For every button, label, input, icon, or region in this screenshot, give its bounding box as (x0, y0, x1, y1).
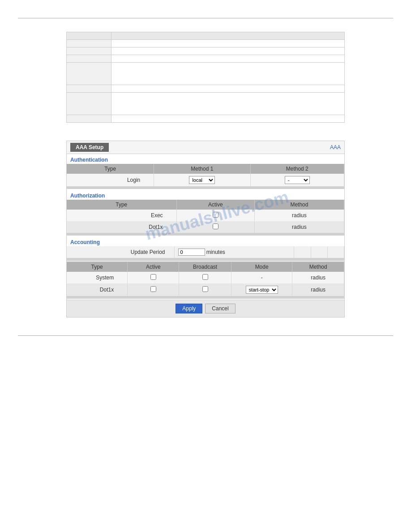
aaa-link[interactable]: AAA (330, 144, 341, 150)
bottom-line (18, 335, 393, 336)
table-cell (67, 47, 111, 55)
authentication-label: Authentication (67, 154, 344, 164)
table-row (67, 115, 345, 123)
aaa-panel-title: AAA Setup (70, 143, 109, 152)
authz-type-exec: Exec (67, 210, 176, 221)
authz-method-exec: radius (254, 210, 344, 221)
acct-active-system[interactable] (128, 272, 179, 283)
auth-col-type: Type (67, 164, 154, 174)
table-cell (111, 115, 345, 123)
update-period-input[interactable] (178, 249, 205, 256)
update-period-unit: minutes (206, 249, 225, 255)
authorization-table: Type Active Method Exec radius Dot1x (67, 200, 344, 236)
top-table (66, 32, 345, 123)
auth-col-method1: Method 1 (154, 164, 250, 174)
acct-active-dot1x[interactable] (128, 283, 179, 296)
authz-active-dot1x[interactable] (176, 221, 254, 233)
accounting-label: Accounting (67, 236, 344, 246)
auth-method2-select[interactable]: - local radius (285, 176, 310, 184)
table-cell (111, 47, 345, 55)
table-cell (111, 55, 345, 63)
authz-col-type: Type (67, 200, 176, 210)
update-period-input-cell[interactable]: minutes (174, 246, 294, 258)
authz-col-method: Method (254, 200, 344, 210)
acct-dot1x-active-checkbox[interactable] (150, 286, 156, 292)
authz-dot1x-checkbox[interactable] (213, 223, 218, 229)
acct-spacer-row (67, 296, 344, 299)
update-period-empty (294, 246, 311, 258)
authentication-section: Authentication Type Method 1 Method 2 Lo… (67, 154, 344, 189)
acct-mode-dot1x[interactable]: start-stop stop-only - (231, 283, 292, 296)
aaa-panel-header: AAA Setup AAA (67, 141, 344, 154)
authorization-section: Authorization Type Active Method Exec (67, 190, 344, 236)
acct-row-dot1x: Dot1x start-stop stop-only - (67, 283, 344, 296)
table-cell (111, 63, 345, 85)
acct-col-method: Method (292, 262, 344, 272)
auth-header-row: Type Method 1 Method 2 (67, 164, 344, 174)
table-cell (111, 40, 345, 47)
table-cell (67, 40, 111, 47)
authz-row-dot1x: Dot1x radius (67, 221, 344, 233)
update-period-container: Update Period minutes (67, 246, 344, 262)
auth-type-login: Login (67, 174, 154, 186)
acct-col-active: Active (128, 262, 179, 272)
auth-spacer-row (67, 186, 344, 189)
authz-header-row: Type Active Method (67, 200, 344, 210)
authz-col-active: Active (176, 200, 254, 210)
footer-buttons: Apply Cancel (67, 300, 344, 317)
acct-mode-system: - (231, 272, 292, 283)
authz-exec-checkbox[interactable] (213, 212, 218, 218)
acct-type-dot1x: Dot1x (67, 283, 128, 296)
table-row (67, 40, 345, 47)
table-row (67, 93, 345, 115)
acct-system-active-checkbox[interactable] (150, 274, 156, 280)
authz-method-dot1x: radius (254, 221, 344, 233)
authz-type-dot1x: Dot1x (67, 221, 176, 233)
cancel-button[interactable]: Cancel (205, 304, 235, 313)
authorization-label: Authorization (67, 190, 344, 200)
accounting-section: Accounting Update Period minutes (67, 236, 344, 299)
acct-method-dot1x: radius (292, 283, 344, 296)
table-row (67, 32, 345, 40)
table-cell (111, 85, 345, 93)
table-cell (111, 93, 345, 115)
auth-method2-cell[interactable]: - local radius (250, 174, 344, 186)
acct-col-broadcast: Broadcast (179, 262, 231, 272)
auth-method1-cell[interactable]: local radius tacacs (154, 174, 250, 186)
auth-method1-select[interactable]: local radius tacacs (189, 176, 215, 184)
table-cell (67, 115, 111, 123)
acct-row-system: System - radius (67, 272, 344, 283)
accounting-table: Type Active Broadcast Mode Method System (67, 262, 344, 299)
table-cell (67, 32, 111, 40)
acct-method-system: radius (292, 272, 344, 283)
update-period-label: Update Period (67, 246, 174, 258)
table-row (67, 47, 345, 55)
acct-system-broadcast-checkbox[interactable] (202, 274, 208, 280)
auth-col-method2: Method 2 (250, 164, 344, 174)
update-period-row: Update Period minutes (67, 246, 344, 258)
acct-header-row: Type Active Broadcast Mode Method (67, 262, 344, 272)
table-cell (67, 55, 111, 63)
auth-row-login: Login local radius tacacs - local (67, 174, 344, 186)
table-row (67, 85, 345, 93)
authentication-table: Type Method 1 Method 2 Login local radiu… (67, 164, 344, 189)
table-row (67, 55, 345, 63)
aaa-setup-panel: AAA Setup AAA Authentication Type Method… (66, 141, 345, 317)
acct-col-type: Type (67, 262, 128, 272)
update-period-spacer (67, 258, 344, 261)
acct-dot1x-broadcast-checkbox[interactable] (202, 286, 208, 292)
table-cell (111, 32, 345, 40)
table-cell (67, 93, 111, 115)
update-period-empty2 (311, 246, 327, 258)
update-period-empty3 (327, 246, 344, 258)
update-period-table: Update Period minutes (67, 246, 344, 261)
apply-button[interactable]: Apply (176, 304, 202, 313)
table-cell (67, 85, 111, 93)
acct-col-mode: Mode (231, 262, 292, 272)
table-row (67, 63, 345, 85)
acct-dot1x-mode-select[interactable]: start-stop stop-only - (246, 286, 278, 294)
acct-broadcast-system[interactable] (179, 272, 231, 283)
authz-row-exec: Exec radius (67, 210, 344, 221)
acct-broadcast-dot1x[interactable] (179, 283, 231, 296)
authz-active-exec[interactable] (176, 210, 254, 221)
